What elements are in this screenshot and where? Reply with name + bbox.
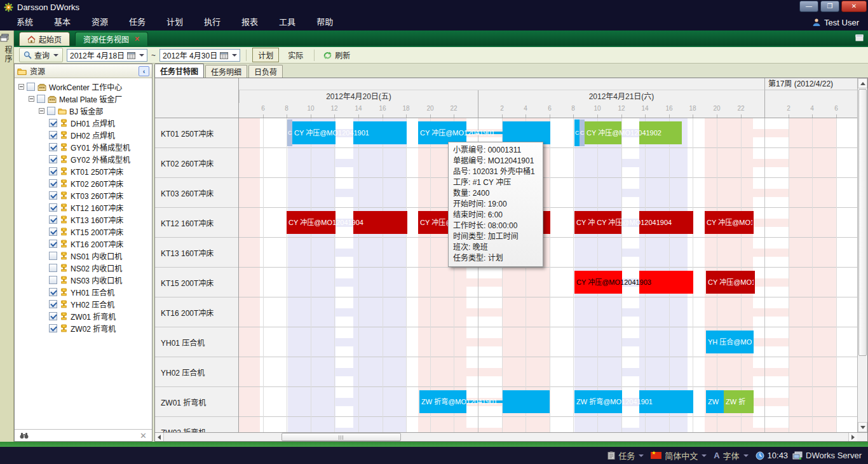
gantt-task-sliver[interactable]: C: [574, 119, 580, 146]
tree-expander-icon[interactable]: [39, 108, 44, 114]
tree-item-WorkCenter[interactable]: WorkCenter 工作中心: [15, 81, 152, 93]
tree-item-KT13[interactable]: KT13 160T冲床: [15, 214, 152, 226]
tree-checkbox[interactable]: [49, 167, 57, 175]
tree-checkbox[interactable]: [49, 228, 57, 236]
scroll-left-icon[interactable]: [155, 433, 164, 441]
tree-checkbox[interactable]: [49, 312, 57, 320]
date-to-field[interactable]: 2012年 4月30日: [159, 49, 240, 62]
tree-checkbox[interactable]: [47, 107, 55, 115]
date-from-field[interactable]: 2012年 4月18日: [67, 49, 147, 62]
menu-item-计划[interactable]: 计划: [159, 14, 191, 31]
tree-item-NS01[interactable]: NS01 内收口机: [15, 250, 152, 262]
tree-item-DH02[interactable]: DH02 点焊机: [15, 129, 152, 141]
view-tab-任务明细[interactable]: 任务明细: [205, 65, 247, 78]
actual-toggle-button[interactable]: 实际: [283, 48, 308, 62]
tree-checkbox[interactable]: [49, 252, 57, 260]
find-binoculars-icon[interactable]: [20, 432, 29, 439]
tree-item-ZW01[interactable]: ZW01 折弯机: [15, 310, 152, 322]
tab-home[interactable]: 起始页: [19, 32, 70, 46]
gantt-task-bar[interactable]: ZW 折弯@MO12041901: [419, 390, 550, 413]
view-tab-日负荷[interactable]: 日负荷: [248, 65, 283, 78]
gantt-body[interactable]: CCY 冲压@MO12041901CY 冲压@MO12041901CCCY 冲压…: [239, 118, 857, 432]
program-strip-label[interactable]: 程序: [3, 46, 13, 64]
tree-checkbox[interactable]: [49, 264, 57, 272]
tree-item-KT15[interactable]: KT15 200T冲床: [15, 226, 152, 238]
horizontal-scrollbar[interactable]: [155, 432, 867, 441]
gantt-task-bar[interactable]: CY 冲压@MO12041901: [292, 121, 407, 144]
tree-checkbox[interactable]: [49, 179, 57, 188]
windows-stack-icon[interactable]: [0, 34, 13, 42]
vertical-scrollbar[interactable]: [857, 78, 867, 432]
menu-item-系统[interactable]: 系统: [9, 14, 41, 31]
menu-item-工具[interactable]: 工具: [271, 14, 303, 31]
gantt-task-bar[interactable]: CY 冲压@MO12041901: [418, 121, 550, 144]
tree-checkbox[interactable]: [27, 83, 35, 91]
tree-checkbox[interactable]: [49, 300, 57, 308]
status-font-menu[interactable]: A 字体: [714, 449, 750, 461]
tree-item-KT02[interactable]: KT02 260T冲床: [15, 177, 152, 189]
menu-item-任务[interactable]: 任务: [121, 14, 153, 31]
gantt-task-bar[interactable]: CY 冲压@MO12041902: [585, 121, 682, 144]
tab-close-icon[interactable]: ✕: [134, 35, 140, 43]
gantt-task-bar[interactable]: CY 冲压@MO1: [705, 211, 754, 234]
tree-checkbox[interactable]: [49, 119, 57, 127]
menu-item-资源[interactable]: 资源: [84, 14, 116, 31]
gantt-task-bar[interactable]: ZW 折: [724, 390, 754, 413]
tree-checkbox[interactable]: [49, 276, 57, 284]
gantt-task-bar[interactable]: CY 冲压@MO1: [706, 271, 755, 294]
restore-button[interactable]: ❐: [820, 1, 839, 12]
gantt-task-bar[interactable]: YH 压合@MO1: [706, 331, 754, 353]
tree-checkbox[interactable]: [49, 143, 57, 151]
tree-item-KT12[interactable]: KT12 160T冲床: [15, 201, 152, 214]
tree-item-NS03[interactable]: NS03 内收口机: [15, 274, 152, 286]
tree-checkbox[interactable]: [49, 288, 57, 296]
vertical-scroll-thumb[interactable]: [858, 89, 867, 356]
tree-checkbox[interactable]: [37, 95, 45, 103]
tree-item-YH02[interactable]: YH02 压合机: [15, 298, 152, 310]
tree-checkbox[interactable]: [49, 155, 57, 163]
close-button[interactable]: ✕: [841, 1, 867, 12]
tabstrip-window-icon[interactable]: [855, 34, 864, 42]
tree-item-NS02[interactable]: NS02 内收口机: [15, 262, 152, 274]
tree-expander-icon[interactable]: [29, 96, 34, 102]
tree-checkbox[interactable]: [49, 215, 57, 224]
tree-checkbox[interactable]: [49, 203, 57, 212]
view-tab-任务甘特图[interactable]: 任务甘特图: [154, 64, 204, 78]
query-button[interactable]: 查询: [19, 48, 63, 62]
gantt-task-sliver[interactable]: C: [287, 119, 292, 146]
gantt-task-bar[interactable]: CY 冲压@MO12041903: [574, 271, 693, 294]
tree-item-DH01[interactable]: DH01 点焊机: [15, 117, 152, 129]
menu-item-帮助[interactable]: 帮助: [309, 14, 341, 31]
menu-item-报表[interactable]: 报表: [234, 14, 266, 31]
refresh-button[interactable]: 刷新: [320, 48, 353, 62]
horizontal-scroll-thumb[interactable]: [281, 433, 401, 441]
scroll-down-icon[interactable]: [858, 422, 867, 432]
tree-item-ZW02[interactable]: ZW02 折弯机: [15, 322, 152, 334]
status-language-menu[interactable]: 简体中文: [651, 449, 709, 461]
tree-checkbox[interactable]: [49, 240, 57, 248]
status-task-menu[interactable]: 任务: [607, 449, 646, 461]
tree-checkbox[interactable]: [49, 191, 57, 200]
tree-item-KT01[interactable]: KT01 250T冲床: [15, 165, 152, 177]
plan-toggle-button[interactable]: 计划: [252, 48, 279, 62]
menu-item-执行[interactable]: 执行: [196, 14, 228, 31]
tree-item-BJ[interactable]: BJ 钣金部: [15, 105, 152, 117]
minimize-button[interactable]: —: [799, 1, 818, 12]
tree-checkbox[interactable]: [49, 324, 57, 332]
collapse-panel-button[interactable]: ‹: [139, 66, 149, 76]
scroll-right-icon[interactable]: [848, 433, 857, 441]
menu-item-基本[interactable]: 基本: [46, 14, 78, 31]
tree-expander-icon[interactable]: [18, 84, 24, 90]
gantt-task-bar[interactable]: ZW 折弯@MO12041901: [574, 390, 693, 413]
gantt-task-bar[interactable]: CY 冲 CY 冲压@MO12041904: [574, 211, 693, 234]
tab-resource-task-view[interactable]: 资源任务视图 ✕: [75, 32, 148, 46]
tree-item-KT16[interactable]: KT16 200T冲床: [15, 238, 152, 250]
tree-checkbox[interactable]: [49, 131, 57, 139]
tree-item-Metal[interactable]: Metal Plate 钣金厂: [15, 93, 152, 105]
tree-item-KT03[interactable]: KT03 260T冲床: [15, 189, 152, 201]
gantt-task-bar[interactable]: ZW: [706, 390, 724, 413]
gantt-task-bar[interactable]: CY 冲压@MO12041904: [287, 211, 407, 234]
tree-item-GY01[interactable]: GY01 外桶成型机: [15, 141, 152, 153]
tree-item-YH01[interactable]: YH01 压合机: [15, 286, 152, 298]
clear-filter-icon[interactable]: ✕: [140, 431, 147, 440]
